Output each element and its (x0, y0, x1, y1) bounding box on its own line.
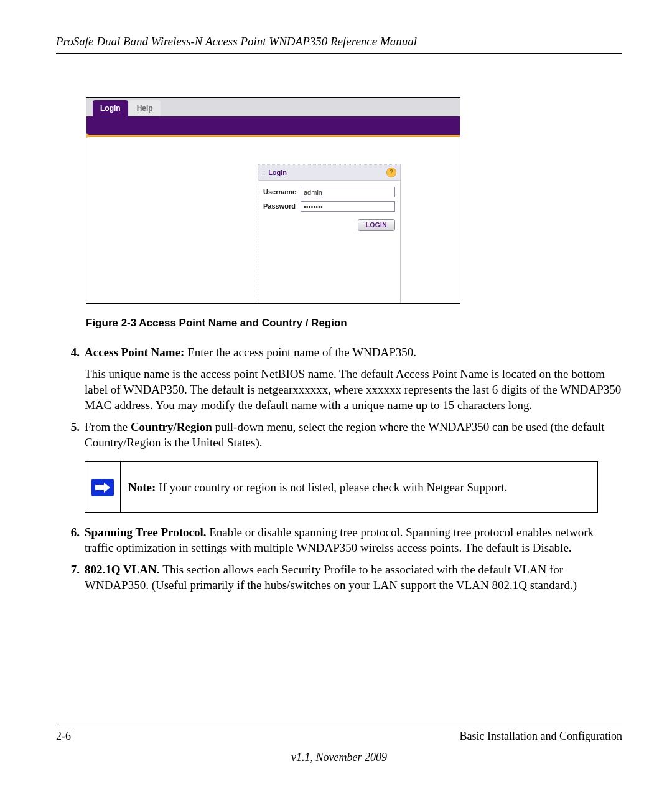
item-lead: Spanning Tree Protocol. (85, 526, 209, 539)
help-icon[interactable]: ? (386, 168, 396, 177)
item-lead: Access Point Name: (85, 346, 187, 359)
tab-row: Login Help (86, 98, 460, 119)
password-label: Password (263, 202, 301, 211)
username-input[interactable] (301, 187, 395, 197)
item-text: From the Country/Region pull-down menu, … (85, 420, 604, 449)
item-number: 5. (56, 419, 85, 450)
note-icon-cell (85, 462, 121, 512)
list-item: 7. 802.1Q VLAN. This section allows each… (56, 562, 622, 593)
item-number: 7. (56, 562, 85, 593)
footer: 2-6 Basic Installation and Configuration… (56, 724, 622, 765)
login-screenshot: Login Help Login ? Username Password LOG… (86, 97, 460, 304)
item-lead: 802.1Q VLAN. (85, 563, 162, 576)
doc-version: v1.1, November 2009 (56, 750, 622, 765)
password-input[interactable] (301, 201, 395, 212)
note-text: Note: If your country or region is not l… (121, 462, 597, 512)
panel-title: Login (262, 168, 287, 177)
login-panel-header: Login ? (258, 165, 400, 181)
item-paragraph: This unique name is the access point Net… (85, 366, 622, 413)
item-text: Enter the access point name of the WNDAP… (187, 346, 416, 359)
note-box: Note: If your country or region is not l… (85, 461, 598, 513)
brand-bar (86, 119, 460, 135)
username-label: Username (263, 187, 301, 197)
list-item: 6. Spanning Tree Protocol. Enable or dis… (56, 524, 622, 555)
accent-strip (86, 135, 460, 137)
login-panel: Login ? Username Password LOGIN (258, 164, 401, 303)
figure-caption: Figure 2-3 Access Point Name and Country… (86, 316, 622, 330)
tab-help[interactable]: Help (129, 100, 161, 116)
list-item: 4. Access Point Name: Enter the access p… (56, 344, 622, 413)
item-number: 6. (56, 524, 85, 555)
section-title: Basic Installation and Configuration (460, 729, 622, 744)
arrow-right-icon (91, 479, 114, 496)
list-item: 5. From the Country/Region pull-down men… (56, 419, 622, 450)
page-number: 2-6 (56, 729, 71, 744)
item-number: 4. (56, 344, 85, 413)
running-header: ProSafe Dual Band Wireless-N Access Poin… (56, 34, 622, 54)
tab-login[interactable]: Login (93, 100, 128, 116)
login-button[interactable]: LOGIN (358, 219, 395, 231)
panel-area: Login ? Username Password LOGIN (86, 137, 460, 303)
